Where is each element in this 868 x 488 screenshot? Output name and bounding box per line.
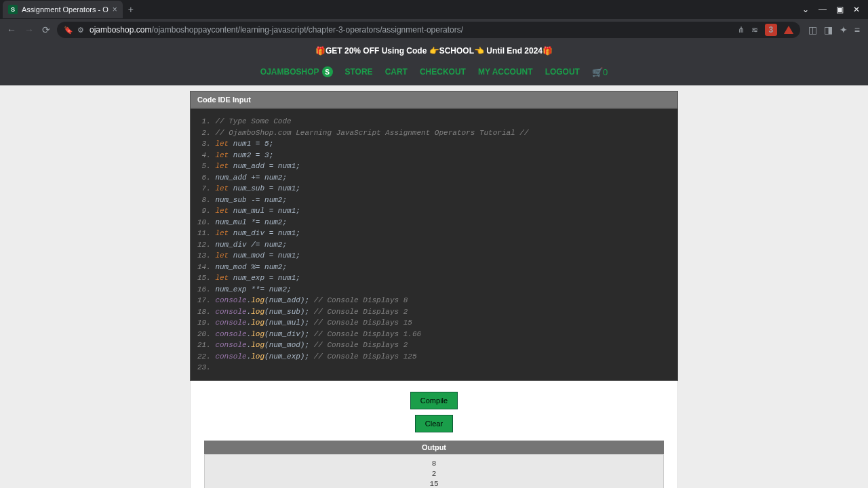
rss-icon[interactable]: ≋ [751,25,758,35]
sidebar-icon[interactable]: ◨ [824,24,833,35]
browser-toolbar: ← → ⟳ 🔖 ⚙ ojamboshop.com/ojamboshoppayco… [0,19,868,41]
clear-button[interactable]: Clear [415,415,453,432]
ide-buttons: Compile Clear Output 8 2 15 1.6666666666… [190,381,678,489]
output-header: Output [204,441,664,454]
tab-title: Assignment Operators - O [22,5,108,14]
code-line: 10. num_mul *= num2; [197,217,671,228]
code-line: 15. let num_exp = num1; [197,272,671,284]
close-window-icon[interactable]: ✕ [853,5,860,14]
nav-store[interactable]: STORE [345,67,373,77]
share-icon[interactable]: ⋔ [738,25,745,35]
code-line: 11. let num_div = num1; [197,228,671,239]
extension-badge-icon[interactable]: 3 [765,24,777,36]
code-line: 23. [197,362,671,373]
code-line: 16. num_exp **= num2; [197,284,671,296]
tab-bar: S Assignment Operators - O × + ⌄ — ▣ ✕ [0,0,868,19]
code-line: 21. console.log(num_mod); // Console Dis… [197,340,671,351]
favicon-icon: S [8,5,18,14]
ide-header: Code IDE Input [190,91,678,108]
code-line: 14. num_mod %= num2; [197,262,671,273]
code-line: 7. let num_sub = num1; [197,183,671,195]
extension-triangle-icon[interactable] [784,26,793,34]
code-line: 8. num_sub -= num2; [197,195,671,206]
code-line: 3. let num1 = 5; [197,138,671,150]
minimize-icon[interactable]: — [818,5,827,14]
code-line: 18. console.log(num_sub); // Console Dis… [197,306,671,318]
output-console: 8 2 15 1.6666666666666667 2 125 [204,454,664,489]
code-line: 12. num_div /= num2; [197,239,671,251]
brand-link[interactable]: OJAMBOSHOP S [260,66,333,77]
back-button[interactable]: ← [5,23,18,37]
cart-icon[interactable]: 🛒0 [592,67,608,77]
code-line: 4. let num2 = 3; [197,150,671,161]
url-text: ojamboshop.com/ojamboshoppaycontent/lear… [90,25,732,35]
code-line: 17. console.log(num_add); // Console Dis… [197,295,671,306]
maximize-icon[interactable]: ▣ [836,5,844,14]
browser-tab[interactable]: S Assignment Operators - O × [3,1,123,18]
menu-icon[interactable]: ≡ [854,24,860,35]
nav-logout[interactable]: LOGOUT [545,67,580,77]
window-controls: ⌄ — ▣ ✕ [802,5,865,14]
new-tab-button[interactable]: + [123,4,139,15]
site-info-icon[interactable]: ⚙ [77,26,84,35]
code-line: 22. console.log(num_exp); // Console Dis… [197,351,671,363]
code-line: 6. num_add += num2; [197,172,671,184]
code-line: 20. console.log(num_div); // Console Dis… [197,329,671,340]
address-bar[interactable]: 🔖 ⚙ ojamboshop.com/ojamboshoppaycontent/… [57,22,800,38]
sparkle-icon[interactable]: ✦ [840,24,848,35]
bookmark-icon[interactable]: 🔖 [64,26,73,35]
code-editor[interactable]: 1. // Type Some Code 2. // OjamboShop.co… [190,108,678,381]
panel-icon[interactable]: ◫ [808,24,817,35]
page-viewport[interactable]: 🎁GET 20% OFF Using Code 👉SCHOOL👈 Until E… [0,41,868,488]
forward-button[interactable]: → [23,23,35,37]
code-line: 9. let num_mul = num1; [197,205,671,217]
code-line: 1. // Type Some Code [197,116,671,127]
close-tab-icon[interactable]: × [113,5,117,14]
nav-checkout[interactable]: CHECKOUT [420,67,466,77]
code-line: 2. // OjamboShop.com Learning JavaScript… [197,127,671,139]
compile-button[interactable]: Compile [410,392,458,409]
reload-button[interactable]: ⟳ [41,23,52,37]
code-line: 13. let num_mod = num1; [197,250,671,262]
nav-cart[interactable]: CART [385,67,408,77]
promo-banner: 🎁GET 20% OFF Using Code 👉SCHOOL👈 Until E… [0,41,868,61]
nav-account[interactable]: MY ACCOUNT [478,67,533,77]
code-line: 19. console.log(num_mul); // Console Dis… [197,317,671,329]
code-line: 5. let num_add = num1; [197,161,671,172]
main-nav: OJAMBOSHOP S STORE CART CHECKOUT MY ACCO… [0,61,868,85]
chevron-down-icon[interactable]: ⌄ [802,5,809,14]
brand-logo-icon: S [322,66,333,77]
